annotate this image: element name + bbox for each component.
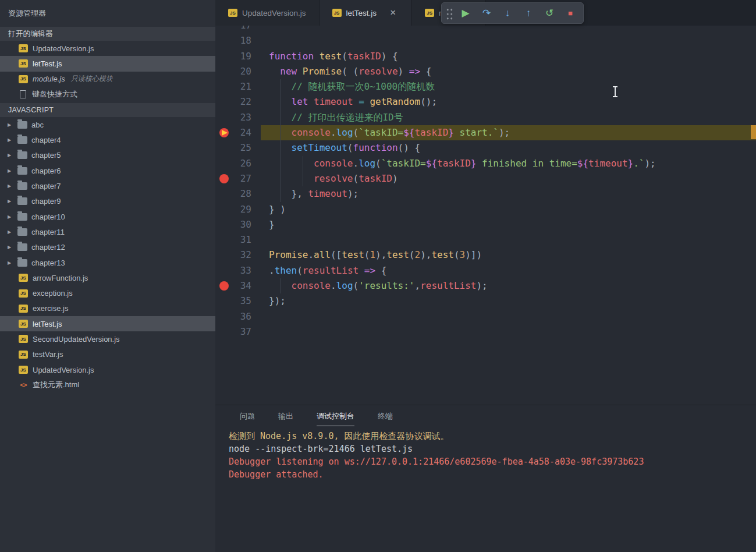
code-line-22[interactable]: 22 let timeout = getRandom(); (215, 94, 756, 109)
panel-tab-问题[interactable]: 问题 (240, 411, 255, 426)
breakpoint-gutter[interactable] (215, 64, 233, 79)
file-exception-js[interactable]: JSexception.js (0, 285, 215, 300)
breakpoint-gutter[interactable] (215, 156, 233, 171)
folder-chapter13[interactable]: ▶chapter13 (0, 255, 215, 270)
tab-lettest-js[interactable]: JSletTest.js× (320, 0, 413, 26)
line-number: 32 (233, 247, 261, 263)
console-line: Debugger listening on ws://127.0.0.1:214… (229, 455, 756, 468)
open-editor-updatedversion-js[interactable]: JSUpdatedVersion.js (0, 41, 215, 56)
open-editor-键盘快捷方式[interactable]: 键盘快捷方式 (0, 87, 215, 102)
folder-chapter11[interactable]: ▶chapter11 (0, 224, 215, 239)
code-line-24[interactable]: 24 console.log(`taskID=${taskID} start.`… (215, 125, 756, 140)
folder-chapter6[interactable]: ▶chapter6 (0, 163, 215, 178)
breakpoint-gutter[interactable] (215, 263, 233, 278)
file-lettest-js[interactable]: JSletTest.js (0, 316, 215, 331)
js-file-icon: JS (19, 366, 28, 374)
folder-chapter12[interactable]: ▶chapter12 (0, 240, 215, 255)
breakpoint-gutter[interactable] (215, 309, 233, 324)
chevron-right-icon: ▶ (8, 245, 13, 250)
tab-updatedversion-js[interactable]: JSUpdatedVersion.js (215, 0, 320, 26)
code-line-30[interactable]: 30} (215, 217, 756, 232)
breakpoint-gutter[interactable] (215, 171, 233, 186)
panel-tab-终端[interactable]: 终端 (378, 411, 393, 426)
panel-tab-输出[interactable]: 输出 (278, 411, 293, 426)
file-查找元素-html[interactable]: <>查找元素.html (0, 377, 215, 392)
code-editor[interactable]: 171819function test(taskID) {20 new Prom… (215, 26, 756, 405)
code-line-34[interactable]: 34 console.log('results:',resultList); (215, 278, 756, 293)
breakpoint-gutter[interactable] (215, 94, 233, 109)
breakpoint-gutter[interactable] (215, 293, 233, 309)
code-text: } (261, 217, 756, 232)
breakpoint-gutter[interactable] (215, 217, 233, 232)
close-icon[interactable]: × (387, 7, 399, 19)
chevron-right-icon: ▶ (8, 183, 13, 189)
indent-guide (280, 125, 281, 140)
stop-button[interactable]: ■ (560, 3, 581, 24)
code-line-36[interactable]: 36 (215, 309, 756, 324)
folder-chapter7[interactable]: ▶chapter7 (0, 178, 215, 193)
file-name: letTest.js (33, 59, 62, 68)
step-out-button[interactable]: ↑ (518, 3, 539, 24)
line-number: 21 (233, 79, 261, 94)
breakpoint-gutter[interactable] (215, 247, 233, 263)
tab-label: letTest.js (346, 9, 377, 17)
code-line-17[interactable]: 17 (215, 26, 756, 33)
line-number: 36 (233, 309, 261, 324)
file-arrowfunction-js[interactable]: JSarrowFunction.js (0, 270, 215, 285)
breakpoint-gutter[interactable] (215, 110, 233, 125)
file-name: SecondUpdatedVersion.js (33, 335, 120, 344)
continue-button[interactable]: ▶ (455, 3, 476, 24)
debug-console-output[interactable]: 检测到 Node.js v8.9.0, 因此使用检查器协议调试。node --i… (215, 426, 756, 481)
file-exercise-js[interactable]: JSexercise.js (0, 301, 215, 316)
code-line-26[interactable]: 26 console.log(`taskID=${taskID} finishe… (215, 156, 756, 171)
breakpoint-gutter[interactable] (215, 232, 233, 247)
workspace-header[interactable]: JAVASCRIPT (0, 103, 215, 117)
line-number: 18 (233, 33, 261, 48)
code-text: // 打印出传递进来的ID号 (261, 110, 756, 125)
step-into-button[interactable]: ↓ (497, 3, 518, 24)
restart-button[interactable]: ↺ (539, 3, 560, 24)
code-line-31[interactable]: 31 (215, 232, 756, 247)
drag-handle-icon[interactable] (445, 7, 453, 20)
code-line-20[interactable]: 20 new Promise( (resolve) => { (215, 64, 756, 79)
folder-abc[interactable]: ▶abc (0, 117, 215, 132)
file-tree: ▶abc▶chapter4▶chapter5▶chapter6▶chapter7… (0, 117, 215, 392)
breakpoint-gutter[interactable] (215, 278, 233, 293)
panel-tab-调试控制台[interactable]: 调试控制台 (317, 411, 354, 426)
step-over-button[interactable]: ↷ (476, 3, 497, 24)
open-editor-module-js[interactable]: JSmodule.js只读核心模块 (0, 72, 215, 87)
open-editor-lettest-js[interactable]: JSletTest.js (0, 56, 215, 71)
file-secondupdatedversion-js[interactable]: JSSecondUpdatedVersion.js (0, 331, 215, 346)
breakpoint-gutter[interactable] (215, 49, 233, 64)
breakpoint-gutter[interactable] (215, 202, 233, 217)
code-line-37[interactable]: 37 (215, 324, 756, 339)
indent-guide (280, 140, 281, 155)
code-line-27[interactable]: 27 resolve(taskID) (215, 171, 756, 186)
breakpoint-gutter[interactable] (215, 324, 233, 339)
code-line-33[interactable]: 33.then(resultList => { (215, 263, 756, 278)
open-editors-header[interactable]: 打开的编辑器 (0, 27, 215, 41)
file-testvar-js[interactable]: JStestVar.js (0, 347, 215, 362)
code-line-18[interactable]: 18 (215, 33, 756, 48)
code-line-23[interactable]: 23 // 打印出传递进来的ID号 (215, 110, 756, 125)
folder-chapter10[interactable]: ▶chapter10 (0, 209, 215, 224)
code-line-32[interactable]: 32Promise.all([test(1),test(2),test(3)]) (215, 247, 756, 263)
breakpoint-gutter[interactable] (215, 79, 233, 94)
file-name: 键盘快捷方式 (32, 89, 77, 100)
folder-chapter4[interactable]: ▶chapter4 (0, 132, 215, 147)
breakpoint-gutter[interactable] (215, 140, 233, 155)
line-number: 35 (233, 293, 261, 309)
code-line-28[interactable]: 28 }, timeout); (215, 186, 756, 201)
breakpoint-gutter[interactable] (215, 26, 233, 33)
folder-chapter5[interactable]: ▶chapter5 (0, 148, 215, 163)
breakpoint-gutter[interactable] (215, 125, 233, 140)
breakpoint-gutter[interactable] (215, 186, 233, 201)
file-updatedversion-js[interactable]: JSUpdatedVersion.js (0, 362, 215, 377)
code-line-21[interactable]: 21 // 随机获取一次0~1000的随机数 (215, 79, 756, 94)
code-line-25[interactable]: 25 setTimeout(function() { (215, 140, 756, 155)
breakpoint-gutter[interactable] (215, 33, 233, 48)
code-line-19[interactable]: 19function test(taskID) { (215, 49, 756, 64)
code-line-29[interactable]: 29} ) (215, 202, 756, 217)
folder-chapter9[interactable]: ▶chapter9 (0, 194, 215, 209)
code-line-35[interactable]: 35}); (215, 293, 756, 309)
